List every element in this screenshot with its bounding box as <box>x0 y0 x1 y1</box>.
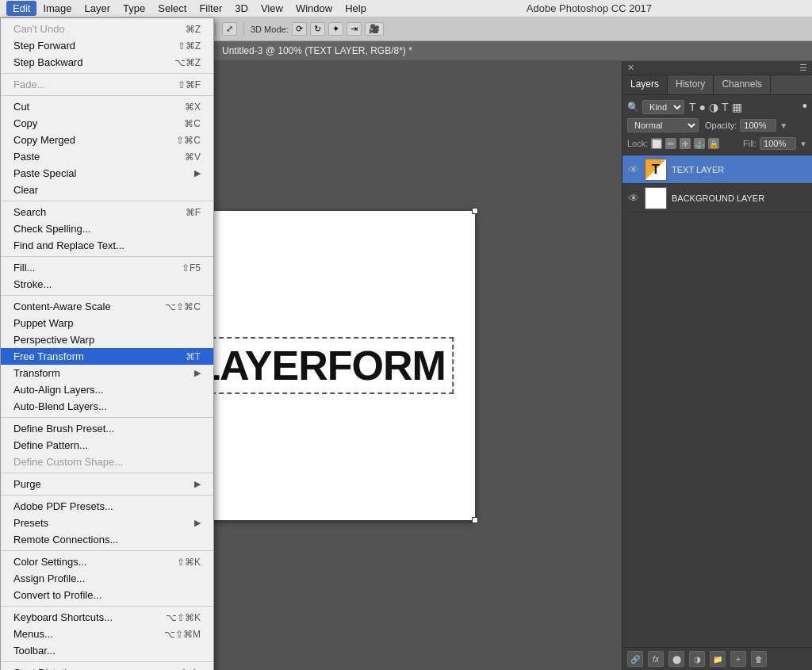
tab-layers[interactable]: Layers <box>622 75 668 94</box>
tab-channels[interactable]: Channels <box>714 75 771 94</box>
lock-artboard-icon[interactable]: ⚓ <box>694 138 705 149</box>
transform-handle-tr[interactable] <box>472 208 478 214</box>
kind-select[interactable]: Kind <box>642 100 684 114</box>
menu-item-stroke[interactable]: Stroke... <box>1 276 213 293</box>
menu-item-perspective-warp[interactable]: Perspective Warp <box>1 331 213 348</box>
menu-item-keyboard-shortcuts[interactable]: Keyboard Shortcuts... ⌥⇧⌘K <box>1 609 213 626</box>
menu-item-define-pattern[interactable]: Define Pattern... <box>1 437 213 454</box>
menu-item-purge[interactable]: Purge ▶ <box>1 476 213 492</box>
document-tab[interactable]: Untitled-3 @ 100% (TEXT LAYER, RGB/8*) * <box>222 45 412 56</box>
lock-transparent-icon[interactable]: ⬜ <box>651 138 662 149</box>
footer-folder-btn[interactable]: 📁 <box>710 651 726 667</box>
3d-btn-2[interactable]: ↻ <box>310 22 325 36</box>
menu-item-color-settings[interactable]: Color Settings... ⇧⌘K <box>1 553 213 570</box>
menu-3d[interactable]: 3D <box>228 1 255 16</box>
lock-image-icon[interactable]: ✏ <box>665 138 676 149</box>
menu-edit[interactable]: Edit <box>6 1 36 16</box>
menu-item-fade[interactable]: Fade... ⇧⌘F <box>1 76 213 93</box>
footer-new-layer-btn[interactable]: + <box>730 651 746 667</box>
lock-label: Lock: <box>627 139 648 148</box>
tab-history[interactable]: History <box>668 75 714 94</box>
menu-item-free-transform[interactable]: Free Transform ⌘T <box>1 348 213 365</box>
menu-item-define-custom-shape[interactable]: Define Custom Shape... <box>1 454 213 470</box>
kind-icon-circle: ● <box>699 101 706 113</box>
menu-item-transform[interactable]: Transform ▶ <box>1 365 213 381</box>
separator <box>1 73 213 74</box>
menu-item-menus[interactable]: Menus... ⌥⇧⌘M <box>1 626 213 642</box>
menu-item-step-forward[interactable]: Step Forward ⇧⌘Z <box>1 37 213 54</box>
blend-opacity-row: Normal Opacity: ▼ <box>627 118 807 132</box>
menu-item-fill[interactable]: Fill... ⇧F5 <box>1 259 213 276</box>
3d-mode-label: 3D Mode: <box>251 25 289 34</box>
separator <box>1 661 213 662</box>
menu-item-step-backward[interactable]: Step Backward ⌥⌘Z <box>1 54 213 71</box>
menu-item-auto-align-layers[interactable]: Auto-Align Layers... <box>1 381 213 398</box>
panel-controls: 🔍 Kind T ● ◑ T ▦ • Normal Opacity: ▼ <box>622 95 812 155</box>
fill-label: Fill: <box>743 139 756 148</box>
menu-image[interactable]: Image <box>36 1 78 16</box>
menu-item-presets[interactable]: Presets ▶ <box>1 515 213 531</box>
menu-item-start-dictation[interactable]: Start Dictation... fn fn <box>1 664 213 670</box>
menu-item-paste-special[interactable]: Paste Special ▶ <box>1 165 213 182</box>
separator <box>1 201 213 201</box>
menu-item-cant-undo[interactable]: Can't Undo ⌘Z <box>1 21 213 37</box>
opacity-label: Opacity: <box>705 121 737 130</box>
edit-dropdown-menu: Can't Undo ⌘Z Step Forward ⇧⌘Z Step Back… <box>0 17 214 670</box>
panel-menu-icon[interactable]: ☰ <box>799 63 807 73</box>
menu-help[interactable]: Help <box>339 1 373 16</box>
layer-thumb-background <box>645 187 667 209</box>
blend-mode-select[interactable]: Normal <box>627 118 699 132</box>
menu-item-copy[interactable]: Copy ⌘C <box>1 115 213 132</box>
3d-btn-4[interactable]: ⇥ <box>347 22 362 36</box>
menu-item-convert-profile[interactable]: Convert to Profile... <box>1 587 213 603</box>
search-kind-icon: 🔍 <box>627 101 639 113</box>
menu-filter[interactable]: Filter <box>193 1 228 16</box>
layer-item-text[interactable]: 👁 T TEXT LAYER <box>622 155 812 184</box>
menu-type[interactable]: Type <box>117 1 151 16</box>
menu-item-find-replace[interactable]: Find and Replace Text... <box>1 237 213 254</box>
menu-item-adobe-pdf-presets[interactable]: Adobe PDF Presets... <box>1 498 213 515</box>
3d-btn-3[interactable]: ✦ <box>328 22 343 36</box>
menu-item-assign-profile[interactable]: Assign Profile... <box>1 570 213 587</box>
fill-dropdown-icon[interactable]: ▼ <box>799 140 807 148</box>
3d-btn-5[interactable]: 🎥 <box>365 22 384 36</box>
resize-btn[interactable]: ⤢ <box>222 22 237 36</box>
layer-visibility-text[interactable]: 👁 <box>627 163 640 176</box>
kind-row: 🔍 Kind T ● ◑ T ▦ • <box>627 98 807 115</box>
3d-btn-1[interactable]: ⟳ <box>292 22 307 36</box>
fill-input[interactable] <box>760 137 796 150</box>
menu-item-paste[interactable]: Paste ⌘V <box>1 148 213 165</box>
footer-fx-btn[interactable]: fx <box>648 651 664 667</box>
menu-layer[interactable]: Layer <box>79 1 117 16</box>
menu-item-copy-merged[interactable]: Copy Merged ⇧⌘C <box>1 132 213 148</box>
footer-mask-btn[interactable]: ⬤ <box>668 651 684 667</box>
footer-link-btn[interactable]: 🔗 <box>627 651 643 667</box>
menu-view[interactable]: View <box>255 1 289 16</box>
transform-handle-br[interactable] <box>472 517 478 523</box>
footer-delete-btn[interactable]: 🗑 <box>751 651 767 667</box>
lock-position-icon[interactable]: ✛ <box>680 138 691 149</box>
panel-close-icon[interactable]: ✕ <box>627 63 634 73</box>
separator <box>1 256 213 257</box>
menu-item-clear[interactable]: Clear <box>1 182 213 198</box>
menu-select[interactable]: Select <box>151 1 193 16</box>
menu-item-check-spelling[interactable]: Check Spelling... <box>1 220 213 237</box>
layer-visibility-background[interactable]: 👁 <box>627 192 640 205</box>
menu-item-puppet-warp[interactable]: Puppet Warp <box>1 315 213 331</box>
menu-window[interactable]: Window <box>289 1 339 16</box>
menu-item-cut[interactable]: Cut ⌘X <box>1 98 213 115</box>
opacity-dropdown-icon[interactable]: ▼ <box>779 121 787 130</box>
menu-item-search[interactable]: Search ⌘F <box>1 204 213 220</box>
menu-item-content-aware-scale[interactable]: Content-Aware Scale ⌥⇧⌘C <box>1 298 213 315</box>
layer-name-text: TEXT LAYER <box>672 165 807 174</box>
lock-all-icon[interactable]: 🔒 <box>708 138 719 149</box>
separator <box>1 95 213 96</box>
menu-item-remote-connections[interactable]: Remote Connections... <box>1 531 213 548</box>
menu-item-toolbar[interactable]: Toolbar... <box>1 642 213 659</box>
opacity-input[interactable] <box>740 119 776 132</box>
layer-item-background[interactable]: 👁 BACKGROUND LAYER <box>622 184 812 212</box>
footer-adjustment-btn[interactable]: ◑ <box>689 651 705 667</box>
menu-item-define-brush[interactable]: Define Brush Preset... <box>1 420 213 437</box>
menubar: Edit Image Layer Type Select Filter 3D V… <box>0 0 812 17</box>
menu-item-auto-blend-layers[interactable]: Auto-Blend Layers... <box>1 398 213 415</box>
